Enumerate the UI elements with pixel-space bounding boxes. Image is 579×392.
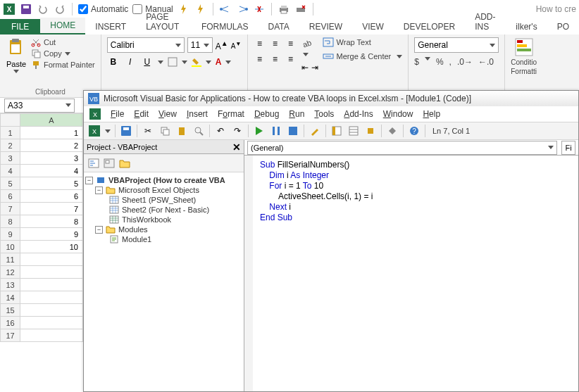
percent-button[interactable]: % (436, 57, 444, 67)
copy-button[interactable]: Copy (31, 49, 95, 58)
cell[interactable] (20, 304, 83, 317)
design-mode-icon[interactable] (309, 125, 321, 137)
merge-center-button[interactable]: Merge & Center (323, 51, 403, 61)
view-object-icon[interactable] (104, 158, 115, 168)
menu-run[interactable]: Run (289, 109, 304, 119)
help-icon[interactable]: ? (408, 125, 421, 137)
italic-button[interactable]: I (124, 57, 137, 67)
menu-debug[interactable]: Debug (254, 109, 279, 119)
break-icon[interactable] (270, 125, 282, 137)
save-icon[interactable] (120, 125, 132, 137)
cell[interactable]: 5 (20, 177, 83, 190)
row-header[interactable]: 16 (1, 317, 20, 329)
align-bottom-icon[interactable]: ≡ (285, 37, 297, 50)
cell[interactable]: 6 (20, 190, 83, 203)
comma-button[interactable]: , (449, 57, 452, 67)
increase-decimal-icon[interactable]: .0→ (457, 57, 473, 67)
row-header[interactable]: 1 (1, 127, 20, 139)
fill-color-button[interactable] (192, 57, 201, 67)
row-header[interactable]: 6 (1, 190, 20, 203)
row-header[interactable]: 10 (1, 241, 20, 253)
cell[interactable]: 7 (20, 203, 83, 215)
remove-arrows-icon[interactable] (253, 3, 266, 15)
tree-thisworkbook[interactable]: ThisWorkbook (122, 215, 171, 224)
save-icon[interactable] (20, 3, 32, 15)
print-icon[interactable] (278, 3, 290, 15)
view-excel-icon[interactable]: X (88, 125, 101, 137)
cut-icon[interactable]: ✂ (142, 125, 154, 137)
increase-indent-icon[interactable]: ⇥ (311, 63, 318, 72)
redo-icon[interactable]: ↷ (231, 125, 244, 137)
row-header[interactable]: 14 (1, 291, 20, 304)
paste-icon[interactable] (175, 125, 188, 137)
cell[interactable]: 9 (20, 228, 83, 241)
redo-icon[interactable] (54, 3, 66, 15)
format-painter-button[interactable]: Format Painter (31, 60, 95, 70)
row-header[interactable]: 5 (1, 177, 20, 190)
print-preview-icon[interactable] (294, 3, 307, 15)
object-dropdown[interactable]: (General) (247, 141, 557, 155)
paste-button[interactable]: Paste (6, 37, 27, 87)
currency-button[interactable]: $ (414, 57, 419, 67)
row-header[interactable]: 15 (1, 304, 20, 317)
align-middle-icon[interactable]: ≡ (269, 37, 282, 50)
row-header[interactable]: 17 (1, 329, 20, 342)
cell[interactable]: 2 (20, 139, 83, 152)
undo-icon[interactable] (37, 3, 49, 15)
tab-ilkers[interactable]: ilker's (506, 19, 547, 34)
menu-view[interactable]: View (158, 109, 177, 119)
cell[interactable] (20, 317, 83, 329)
menu-format[interactable]: Format (218, 109, 244, 119)
row-header[interactable]: 8 (1, 215, 20, 228)
tree-module1[interactable]: Module1 (122, 235, 151, 244)
menu-help[interactable]: Help (423, 109, 440, 119)
row-header[interactable]: 13 (1, 279, 20, 291)
find-icon[interactable] (192, 125, 205, 137)
font-size-select[interactable]: 11 (187, 37, 213, 53)
object-browser-icon[interactable] (364, 125, 377, 137)
cell[interactable] (20, 253, 83, 266)
tab-addins[interactable]: ADD-INS (465, 9, 506, 34)
tab-review[interactable]: REVIEW (299, 19, 352, 34)
view-code-icon[interactable] (88, 158, 99, 168)
menu-edit[interactable]: Edit (134, 109, 149, 119)
excel-small-icon[interactable]: X (89, 108, 101, 120)
tab-po[interactable]: PO (547, 19, 579, 34)
project-explorer-icon[interactable] (330, 125, 343, 137)
menu-file[interactable]: File (111, 109, 124, 119)
toolbox-icon[interactable] (386, 125, 399, 137)
tree-modules[interactable]: Modules (118, 225, 148, 234)
lightning-icon-2[interactable] (194, 3, 207, 15)
row-header[interactable]: 7 (1, 203, 20, 215)
name-box[interactable]: A33 (4, 99, 75, 113)
cell[interactable]: 3 (20, 152, 83, 165)
tab-developer[interactable]: DEVELOPER (394, 19, 465, 34)
orientation-button[interactable]: ab (301, 39, 318, 58)
bold-button[interactable]: B (107, 57, 120, 67)
menu-insert[interactable]: Insert (187, 109, 208, 119)
decrease-font-icon[interactable]: A▼ (231, 40, 242, 50)
tab-file[interactable]: FILE (0, 19, 40, 34)
tree-sheet1[interactable]: Sheet1 (PSW_Sheet) (122, 196, 196, 204)
border-button[interactable] (168, 57, 178, 67)
folder-icon[interactable] (119, 158, 130, 168)
tab-formulas[interactable]: FORMULAS (192, 19, 259, 34)
tab-home[interactable]: HOME (40, 18, 85, 34)
conditional-formatting-button[interactable]: Conditio Formatti (511, 37, 537, 75)
cell[interactable]: 8 (20, 215, 83, 228)
row-header[interactable]: 2 (1, 139, 20, 152)
tab-insert[interactable]: INSERT (85, 19, 136, 34)
decrease-indent-icon[interactable]: ⇤ (301, 63, 309, 72)
cell[interactable] (20, 291, 83, 304)
cut-button[interactable]: Cut (31, 37, 95, 47)
automatic-checkbox[interactable]: Automatic (78, 4, 128, 14)
properties-icon[interactable] (347, 125, 360, 137)
row-header[interactable]: 12 (1, 266, 20, 279)
align-left-icon[interactable]: ≡ (254, 53, 266, 65)
cell[interactable]: 10 (20, 241, 83, 253)
tree-sheet2[interactable]: Sheet2 (For Next - Basic) (122, 206, 209, 214)
font-name-select[interactable]: Calibri (107, 37, 185, 53)
font-color-button[interactable]: A (216, 57, 222, 67)
row-header[interactable]: 11 (1, 253, 20, 266)
underline-button[interactable]: U (141, 57, 154, 67)
